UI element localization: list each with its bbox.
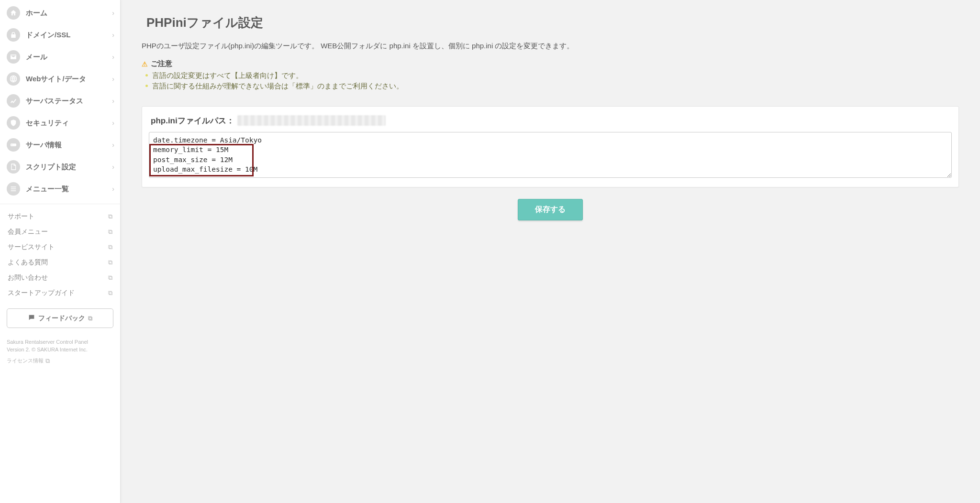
secondary-nav: サポート ⧉ 会員メニュー ⧉ サービスサイト ⧉ よくある質問 ⧉ お問い合わ… [0,204,120,304]
page-intro: PHPのユーザ設定ファイル(php.ini)の編集ツールです。 WEB公開フォル… [142,42,959,51]
lock-icon [7,28,20,42]
sublink-startup-guide[interactable]: スタートアップガイド ⧉ [7,285,113,301]
feedback-button[interactable]: フィードバック ⧉ [7,308,113,328]
chevron-right-icon: › [112,97,114,105]
license-info-link[interactable]: ライセンス情報 ⧉ [7,357,113,366]
page-title: PHPiniファイル設定 [142,14,959,31]
caution-item: 言語に関する仕組みが理解できない場合は「標準」のままでご利用ください。 [142,81,959,91]
save-button[interactable]: 保存する [518,199,583,220]
sidebar-item-label: メニュー一覧 [26,185,112,194]
php-ini-editor[interactable] [149,132,952,178]
chevron-right-icon: › [112,31,114,39]
sidebar-item-label: Webサイト/データ [26,75,112,84]
sidebar-item-server-info[interactable]: サーバ情報 › [0,134,120,156]
script-icon [7,160,20,174]
chevron-right-icon: › [112,53,114,61]
main-content: PHPiniファイル設定 PHPのユーザ設定ファイル(php.ini)の編集ツー… [121,0,980,503]
feedback-label: フィードバック [38,314,85,323]
caution-list: 言語の設定変更はすべて【上級者向け】です。 言語に関する仕組みが理解できない場合… [142,70,959,92]
caution-item: 言語の設定変更はすべて【上級者向け】です。 [142,70,959,81]
sublink-label: よくある質問 [8,258,48,267]
sublink-faq[interactable]: よくある質問 ⧉ [7,255,113,270]
footer-line-1: Sakura Rentalserver Control Panel [7,339,113,346]
caution-heading: ご注意 [151,59,172,68]
sublink-support[interactable]: サポート ⧉ [7,209,113,224]
server-icon [7,138,20,152]
svg-rect-0 [11,143,16,146]
caution-block: ⚠ ご注意 言語の設定変更はすべて【上級者向け】です。 言語に関する仕組みが理解… [142,59,959,92]
chart-icon [7,94,20,108]
external-link-icon: ⧉ [45,357,50,366]
sidebar-item-label: セキュリティ [26,119,112,128]
chevron-right-icon: › [112,75,114,83]
sidebar-item-label: ホーム [26,9,112,18]
chevron-right-icon: › [112,141,114,149]
sidebar-item-label: サーバ情報 [26,141,112,150]
php-ini-path-value-redacted [237,115,386,126]
sublink-label: 会員メニュー [8,228,48,236]
editor-wrap [149,132,952,179]
sublink-label: お問い合わせ [8,273,48,282]
sidebar-item-server-status[interactable]: サーバステータス › [0,90,120,112]
external-link-icon: ⧉ [108,228,112,236]
warning-icon: ⚠ [142,60,148,68]
home-icon [7,6,20,20]
external-link-icon: ⧉ [108,243,112,251]
external-link-icon: ⧉ [108,274,112,282]
sidebar-item-script-settings[interactable]: スクリプト設定 › [0,156,120,178]
sublink-label: サポート [8,212,34,221]
php-ini-path-label: php.iniファイルパス： [151,115,234,126]
sidebar-item-website-data[interactable]: Webサイト/データ › [0,68,120,90]
sidebar-item-domain-ssl[interactable]: ドメイン/SSL › [0,24,120,46]
sidebar-item-label: スクリプト設定 [26,163,112,172]
list-icon [7,182,20,196]
chevron-right-icon: › [112,9,114,17]
sublink-service-site[interactable]: サービスサイト ⧉ [7,240,113,255]
sidebar-item-label: ドメイン/SSL [26,31,112,40]
external-link-icon: ⧉ [108,289,112,297]
sidebar-footer: Sakura Rentalserver Control Panel Versio… [0,337,120,372]
comment-icon [28,314,35,323]
sublink-contact[interactable]: お問い合わせ ⧉ [7,270,113,285]
footer-line-2: Version 2. © SAKURA Internet Inc. [7,346,113,354]
sublink-member-menu[interactable]: 会員メニュー ⧉ [7,224,113,240]
external-link-icon: ⧉ [108,213,112,220]
external-link-icon: ⧉ [88,315,92,322]
chevron-right-icon: › [112,163,114,171]
license-label: ライセンス情報 [7,357,44,365]
external-link-icon: ⧉ [108,259,112,266]
sidebar-item-mail[interactable]: メール › [0,46,120,68]
sublink-label: サービスサイト [8,243,55,252]
sublink-label: スタートアップガイド [8,289,75,297]
chevron-right-icon: › [112,185,114,193]
sidebar: ホーム › ドメイン/SSL › メール › [0,0,121,503]
sidebar-item-security[interactable]: セキュリティ › [0,112,120,134]
svg-point-1 [11,144,12,145]
editor-panel: php.iniファイルパス： [142,106,959,187]
sidebar-item-label: メール [26,53,112,62]
globe-icon [7,72,20,86]
sidebar-item-home[interactable]: ホーム › [0,2,120,24]
primary-nav: ホーム › ドメイン/SSL › メール › [0,0,120,200]
sidebar-item-menu-list[interactable]: メニュー一覧 › [0,178,120,200]
sidebar-item-label: サーバステータス [26,97,112,106]
chevron-right-icon: › [112,119,114,127]
shield-icon [7,116,20,130]
mail-icon [7,50,20,64]
